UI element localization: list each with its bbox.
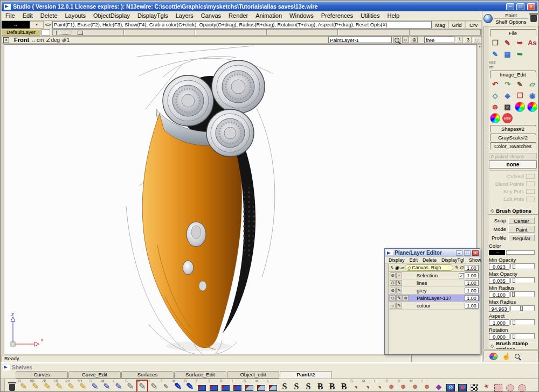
menu-item[interactable]: Edit	[19, 12, 37, 19]
view-toggle-button[interactable]: Mag	[432, 21, 448, 29]
slider-thumb[interactable]	[513, 320, 515, 325]
tool-dropdown-button[interactable]: ▾	[30, 21, 44, 29]
maximize-button[interactable]: □	[516, 3, 524, 10]
layer-name[interactable]: Selection	[409, 272, 458, 278]
slider-value[interactable]: 0.023	[489, 263, 509, 270]
slider-thumb[interactable]	[512, 292, 515, 297]
target-icon[interactable]: ◉	[395, 265, 399, 270]
current-layer-button[interactable]: DefaultLayer	[2, 29, 40, 36]
brush-icon[interactable]: ✎	[396, 295, 402, 301]
brush-option-value[interactable]: Center	[508, 217, 535, 224]
shelf-tool[interactable]: L✎	[148, 380, 160, 392]
slider-thumb[interactable]	[513, 264, 515, 269]
panel-icon[interactable]: HSV	[502, 113, 513, 123]
layer-row[interactable]: ⊙ ✎ lines 1.00	[389, 279, 480, 287]
brush-icon[interactable]: ✎	[396, 303, 402, 309]
pan-icon[interactable]: ⊕	[411, 37, 418, 43]
color-slider[interactable]	[506, 250, 535, 255]
layer-row[interactable]: ⊙ ✎ grey 1.00	[389, 287, 480, 295]
shelf-tool[interactable]: M✎	[136, 380, 148, 392]
shelf-tool[interactable]: S	[243, 380, 255, 392]
paint-layer-field[interactable]	[328, 37, 392, 43]
window-layout-button[interactable]: □	[473, 37, 480, 43]
shelf-tool[interactable]: S☻	[385, 380, 397, 392]
shelf-tool[interactable]: S✎	[125, 380, 136, 392]
canvas-row[interactable]: ↖ ◉ ▱ ◇Canvas_Righ ✎ ⊙ 1.00	[389, 264, 480, 272]
eye-icon[interactable]: ⊙	[390, 288, 396, 293]
panel-icon[interactable]: ➥	[514, 37, 526, 48]
panel-icon[interactable]: ✎	[501, 37, 514, 48]
minimize-button[interactable]: –	[456, 250, 462, 256]
layer-opacity[interactable]: 1.00	[465, 288, 479, 293]
plane-icon[interactable]: ▱	[400, 265, 404, 270]
brush-stamp-options-header[interactable]: ◇ Brush Stamp Options	[488, 342, 538, 349]
brush-option-value[interactable]: Regular	[508, 234, 535, 241]
hand-icon[interactable]: ☝	[502, 352, 510, 360]
shelf-tool[interactable]: S☻	[397, 380, 409, 392]
panel-icon[interactable]: ↷	[501, 79, 514, 90]
maximize-button[interactable]: □	[464, 250, 471, 256]
pick-mode-button[interactable]: none	[489, 160, 537, 169]
globe-icon[interactable]	[483, 14, 493, 23]
page-button[interactable]: 3	[465, 37, 472, 43]
shelf-subtitle[interactable]: Shelf Options	[494, 19, 528, 25]
shelf-tool[interactable]: 3	[208, 380, 219, 392]
shelf-tool[interactable]: M✎	[172, 380, 184, 392]
shelf-slot[interactable]	[196, 30, 267, 35]
menu-item[interactable]: DisplayTgls	[134, 12, 172, 19]
brush-icon[interactable]: ✎	[396, 280, 402, 286]
lock-icon[interactable]: ×	[396, 272, 402, 278]
shelf-tab[interactable]: Paint#2	[280, 371, 332, 379]
shelf-tool[interactable]: ◆	[433, 380, 445, 392]
shelf-tool[interactable]	[516, 380, 528, 392]
panel-icon[interactable]: ❒	[489, 37, 501, 48]
shelf-tool[interactable]: ⊘	[445, 380, 457, 392]
layer-row-selected[interactable]: ⊙ ✎ ⊕ PaintLayer-137 1.00	[389, 295, 480, 302]
slider-track[interactable]	[510, 319, 535, 325]
menu-item[interactable]: Animation	[252, 12, 286, 19]
slider-track[interactable]	[510, 305, 535, 311]
shelf-tool[interactable]: L✎	[113, 380, 125, 392]
eye-icon[interactable]: ⊙	[390, 295, 396, 301]
layer-opacity[interactable]: 1.00	[465, 295, 479, 301]
slider-value[interactable]: 94.963	[489, 305, 509, 312]
title-bar[interactable]: Studio ( Version 12.0.1 License expires:…	[2, 2, 537, 11]
slider-value[interactable]: 1.000	[489, 319, 509, 326]
viewport-name[interactable]: Front	[14, 37, 29, 43]
shelf-tool[interactable]	[6, 380, 18, 392]
shelf-tool[interactable]: 5H✎	[77, 380, 89, 392]
slider-track[interactable]	[510, 277, 535, 283]
shelf-tool[interactable]	[492, 380, 504, 392]
shelf-tool[interactable]: S✎	[89, 380, 101, 392]
shelf-tab[interactable]: Surface_Edit	[174, 371, 226, 379]
shape-tab[interactable]: Color_Swatches	[490, 142, 536, 150]
shelf-tool[interactable]: F	[196, 380, 208, 392]
shelf-tool[interactable]: S	[279, 380, 291, 392]
menu-item[interactable]: Windows	[286, 12, 317, 19]
shelf-tool[interactable]: 1B✎	[53, 380, 65, 392]
panel-icon[interactable]: ▱	[526, 79, 538, 90]
slider-track[interactable]	[510, 263, 535, 269]
panel-icon[interactable]: ✎	[489, 48, 501, 60]
slider-track[interactable]	[510, 291, 535, 297]
slider-track[interactable]	[510, 333, 535, 339]
shelves-titlebar[interactable]: Shelves	[1, 363, 539, 371]
menu-item[interactable]: Layers	[172, 12, 197, 19]
shelf-slot[interactable]	[267, 30, 339, 35]
menu-item[interactable]: Layouts	[61, 12, 90, 19]
panel-icon[interactable]: ⊕	[489, 101, 501, 113]
eye-closed-icon[interactable]: ○	[390, 303, 396, 309]
palette-icon[interactable]	[489, 353, 497, 360]
eye-icon[interactable]: ⊙	[390, 272, 396, 278]
collapse-icon[interactable]: ◇	[490, 208, 494, 213]
layer-name[interactable]: grey	[409, 288, 464, 293]
brush-color-swatch[interactable]: →	[489, 250, 505, 255]
menu-item[interactable]: Show	[469, 257, 481, 263]
slider-value[interactable]: 0.100	[489, 291, 509, 298]
panel-icon[interactable]: ✎	[514, 79, 526, 90]
slider-thumb[interactable]	[513, 334, 515, 339]
shelf-tab[interactable]: Object_edit	[227, 371, 279, 379]
brush-option-value[interactable]: Paint	[508, 226, 535, 233]
shelf-slot[interactable]	[53, 30, 125, 35]
close-button[interactable]: ×	[472, 250, 479, 256]
